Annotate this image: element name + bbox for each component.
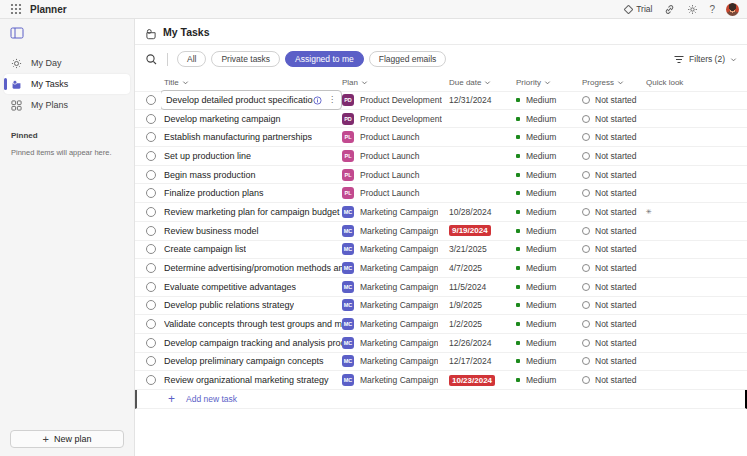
task-title-cell[interactable]: Create campaign list ⋮: [164, 244, 342, 254]
priority-cell[interactable]: Medium: [516, 95, 582, 105]
task-title[interactable]: Develop campaign tracking and analysis p…: [164, 338, 342, 348]
quick-look-cell[interactable]: ✳: [646, 208, 747, 216]
help-icon[interactable]: ?: [709, 4, 715, 15]
priority-cell[interactable]: Medium: [516, 207, 582, 217]
priority-cell[interactable]: Medium: [516, 226, 582, 236]
table-row[interactable]: Establish manufacturing partnerships ⋮ P…: [135, 128, 747, 147]
task-title[interactable]: Validate concepts through test groups an…: [164, 319, 342, 329]
table-row[interactable]: Finalize production plans ⋮ PL Product L…: [135, 184, 747, 203]
plan-cell[interactable]: PL Product Launch: [342, 169, 449, 181]
task-complete-checkbox[interactable]: [146, 282, 156, 292]
progress-cell[interactable]: Not started: [582, 132, 646, 142]
plan-cell[interactable]: MC Marketing Campaign: [342, 225, 449, 237]
due-date-cell[interactable]: [449, 114, 516, 124]
priority-cell[interactable]: Medium: [516, 319, 582, 329]
column-header-due-date[interactable]: Due date: [449, 78, 516, 87]
plan-cell[interactable]: PD Product Development: [342, 94, 449, 106]
due-date-cell[interactable]: 3/21/2025: [449, 244, 516, 254]
task-title-cell[interactable]: Develop preliminary campaign concepts ⋮: [164, 356, 342, 366]
priority-cell[interactable]: Medium: [516, 151, 582, 161]
task-title-cell[interactable]: Develop marketing campaign ⋮: [164, 114, 342, 124]
plan-cell[interactable]: PL Product Launch: [342, 187, 449, 199]
task-title[interactable]: Develop detailed product specifications: [166, 95, 313, 105]
plan-cell[interactable]: PL Product Launch: [342, 131, 449, 143]
priority-cell[interactable]: Medium: [516, 356, 582, 366]
task-title-cell[interactable]: Develop campaign tracking and analysis p…: [164, 338, 342, 348]
pill-all[interactable]: All: [177, 51, 206, 67]
sidebar-item-my-tasks[interactable]: My Tasks: [4, 74, 130, 94]
task-complete-checkbox[interactable]: [146, 356, 156, 366]
task-complete-checkbox[interactable]: [146, 207, 156, 217]
task-title[interactable]: Begin mass production: [164, 170, 256, 180]
sidebar-item-my-plans[interactable]: My Plans: [4, 95, 130, 115]
plan-cell[interactable]: MC Marketing Campaign: [342, 318, 449, 330]
avatar[interactable]: [726, 3, 739, 16]
due-date-cell[interactable]: 1/9/2025: [449, 300, 516, 310]
progress-cell[interactable]: Not started: [582, 114, 646, 124]
task-title[interactable]: Determine advertising/promotion methods …: [164, 263, 342, 273]
filters-button[interactable]: Filters (2): [674, 54, 737, 64]
task-title-cell[interactable]: Develop public relations strategy ⋮: [164, 300, 342, 310]
link-icon[interactable]: [663, 3, 675, 15]
due-date-cell[interactable]: [449, 132, 516, 142]
plan-cell[interactable]: PL Product Launch: [342, 150, 449, 162]
task-complete-checkbox[interactable]: [146, 95, 156, 105]
plan-cell[interactable]: MC Marketing Campaign: [342, 243, 449, 255]
task-title-cell[interactable]: Evaluate competitive advantages ⋮: [164, 282, 342, 292]
table-row[interactable]: Determine advertising/promotion methods …: [135, 259, 747, 278]
table-row[interactable]: Begin mass production ⋮ PL Product Launc…: [135, 166, 747, 185]
collapse-sidebar-icon[interactable]: [10, 27, 24, 39]
plan-cell[interactable]: MC Marketing Campaign: [342, 206, 449, 218]
progress-cell[interactable]: Not started: [582, 263, 646, 273]
task-title[interactable]: Evaluate competitive advantages: [164, 282, 296, 292]
task-title-cell[interactable]: Determine advertising/promotion methods …: [164, 263, 342, 273]
add-new-task-button[interactable]: + Add new task: [135, 390, 747, 409]
priority-cell[interactable]: Medium: [516, 338, 582, 348]
table-row[interactable]: Validate concepts through test groups an…: [135, 315, 747, 334]
waffle-menu-icon[interactable]: [10, 3, 22, 15]
pill-assigned-to-me[interactable]: Assigned to me: [285, 51, 364, 67]
table-row[interactable]: Develop detailed product specifications …: [135, 91, 747, 110]
plan-cell[interactable]: MC Marketing Campaign: [342, 374, 449, 386]
priority-cell[interactable]: Medium: [516, 244, 582, 254]
task-title[interactable]: Develop preliminary campaign concepts: [164, 356, 324, 366]
task-title[interactable]: Create campaign list: [164, 244, 246, 254]
info-icon[interactable]: [313, 96, 322, 105]
progress-cell[interactable]: Not started: [582, 226, 646, 236]
table-row[interactable]: Develop campaign tracking and analysis p…: [135, 334, 747, 353]
task-title-cell[interactable]: Set up production line ⋮: [164, 151, 342, 161]
task-complete-checkbox[interactable]: [146, 151, 156, 161]
task-title[interactable]: Review business model: [164, 226, 259, 236]
task-title[interactable]: Review marketing plan for campaign budge…: [164, 207, 340, 217]
plan-cell[interactable]: MC Marketing Campaign: [342, 355, 449, 367]
priority-cell[interactable]: Medium: [516, 300, 582, 310]
task-title[interactable]: Develop marketing campaign: [164, 114, 281, 124]
due-date-cell[interactable]: 12/26/2024: [449, 338, 516, 348]
due-date-cell[interactable]: 9/19/2024: [449, 225, 516, 236]
priority-cell[interactable]: Medium: [516, 282, 582, 292]
new-plan-button[interactable]: + New plan: [10, 430, 124, 448]
pill-private-tasks[interactable]: Private tasks: [211, 51, 280, 67]
progress-cell[interactable]: Not started: [582, 207, 646, 217]
task-complete-checkbox[interactable]: [146, 188, 156, 198]
task-complete-checkbox[interactable]: [146, 263, 156, 273]
task-title[interactable]: Review organizational marketing strategy: [164, 375, 329, 385]
priority-cell[interactable]: Medium: [516, 188, 582, 198]
task-title-cell[interactable]: Review business model ⋮: [164, 226, 342, 236]
task-title-cell[interactable]: Review organizational marketing strategy…: [164, 375, 342, 385]
task-complete-checkbox[interactable]: [146, 375, 156, 385]
task-complete-checkbox[interactable]: [146, 300, 156, 310]
due-date-cell[interactable]: 12/31/2024: [449, 95, 516, 105]
progress-cell[interactable]: Not started: [582, 282, 646, 292]
priority-cell[interactable]: Medium: [516, 114, 582, 124]
table-row[interactable]: Develop preliminary campaign concepts ⋮ …: [135, 353, 747, 372]
table-row[interactable]: Set up production line ⋮ PL Product Laun…: [135, 147, 747, 166]
due-date-cell[interactable]: [449, 151, 516, 161]
progress-cell[interactable]: Not started: [582, 375, 646, 385]
due-date-cell[interactable]: 12/17/2024: [449, 356, 516, 366]
task-complete-checkbox[interactable]: [146, 319, 156, 329]
table-row[interactable]: Evaluate competitive advantages ⋮ MC Mar…: [135, 278, 747, 297]
priority-cell[interactable]: Medium: [516, 375, 582, 385]
task-complete-checkbox[interactable]: [146, 244, 156, 254]
column-header-priority[interactable]: Priority: [516, 78, 582, 87]
